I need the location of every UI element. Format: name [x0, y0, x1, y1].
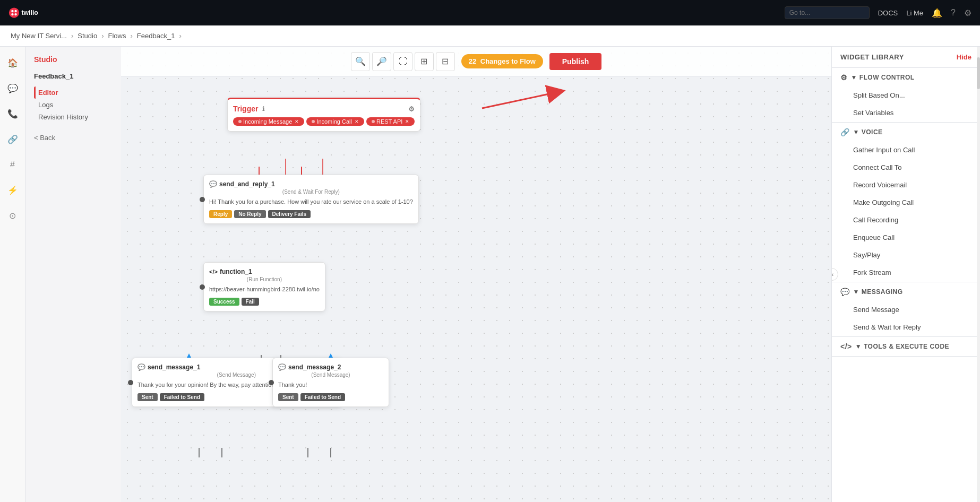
code-icon: </> [209, 269, 218, 275]
node-input-dot [200, 197, 205, 202]
grid-button[interactable]: ⊞ [415, 52, 434, 71]
function-node[interactable]: </> function_1 (Run Function) https://be… [203, 262, 325, 311]
left-panel: 🏠 💬 📞 🔗 # ⚡ ⊙ Studio Feedback_1 Editor L… [0, 47, 121, 502]
top-navigation: twilio DOCS Li Me 🔔 ? ⚙ [0, 0, 980, 25]
tag-failed-to-send-2: Failed to Send [300, 393, 345, 401]
chat-icon[interactable]: 💬 [5, 81, 20, 96]
trigger-tag-rest-api: REST API ✕ [366, 117, 415, 126]
scrollbar-thumb[interactable] [977, 57, 980, 89]
help-icon[interactable]: ? [951, 8, 956, 18]
zoom-in-button[interactable]: 🔍 [351, 52, 370, 71]
send-reply-type: (Send & Wait For Reply) [209, 189, 413, 195]
svg-point-1 [11, 10, 13, 12]
twilio-logo: twilio [8, 7, 46, 19]
tag-sent-2: Sent [278, 393, 298, 401]
widget-say-play[interactable]: Say/Play [836, 247, 976, 263]
sidebar-item-revision-history[interactable]: Revision History [34, 111, 113, 123]
voice-header[interactable]: 🔗 ▼ VOICE [832, 123, 980, 142]
tag-delivery-fails: Delivery Fails [268, 210, 311, 218]
sidebar-item-editor[interactable]: Editor [34, 86, 113, 99]
messaging-icon: 💬 [840, 288, 850, 296]
flow-control-header[interactable]: ⚙ ▼ FLOW CONTROL [832, 68, 980, 87]
flow-name-label: Feedback_1 [34, 72, 113, 80]
widget-call-recording[interactable]: Call Recording [836, 212, 976, 228]
sidebar-item-logs[interactable]: Logs [34, 99, 113, 111]
tools-header[interactable]: </> ▼ TOOLS & EXECUTE CODE [832, 337, 980, 356]
messaging-section: 💬 ▼ MESSAGING Send Message Send & Wait f… [832, 282, 980, 337]
nav-left: twilio [8, 7, 46, 19]
widget-send-wait-for-reply[interactable]: Send & Wait for Reply [836, 319, 976, 335]
widget-record-voicemail[interactable]: Record Voicemail [836, 177, 976, 193]
svg-point-0 [9, 7, 19, 18]
changes-button[interactable]: 22 Changes to Flow [461, 54, 543, 68]
trigger-tag-incoming-message: Incoming Message ✕ [233, 117, 304, 126]
publish-button[interactable]: Publish [549, 53, 602, 70]
back-link[interactable]: < Back [34, 134, 113, 142]
trigger-tags: Incoming Message ✕ Incoming Call ✕ REST … [233, 117, 415, 126]
breadcrumb-flow-name[interactable]: Feedback_1 [137, 32, 175, 40]
flow-icon[interactable]: ⚡ [5, 183, 20, 197]
function-url: https://beaver-hummingbird-2280.twil.io/… [209, 285, 320, 293]
breadcrumb-flows[interactable]: Flows [108, 32, 126, 40]
canvas-area[interactable]: 🔍 🔎 ⛶ ⊞ ⊟ 22 Changes to Flow Publish [121, 47, 831, 502]
global-search[interactable] [785, 6, 870, 19]
widget-set-variables[interactable]: Set Variables [836, 105, 976, 121]
svg-point-3 [11, 13, 13, 15]
phone-icon[interactable]: 📞 [5, 106, 20, 121]
settings-icon[interactable]: ⚙ [964, 8, 972, 18]
svg-text:twilio: twilio [22, 9, 38, 16]
send-reply-tags: Reply No Reply Delivery Fails [209, 210, 413, 218]
function-tags: Success Fail [209, 298, 320, 306]
hash-icon[interactable]: # [5, 157, 20, 172]
widget-send-message[interactable]: Send Message [836, 301, 976, 318]
voice-section: 🔗 ▼ VOICE Gather Input on Call Connect C… [832, 123, 980, 282]
trigger-node[interactable]: Trigger ℹ ⚙ Incoming Message ✕ Incoming … [227, 98, 420, 132]
changes-count: 22 [469, 57, 476, 65]
widget-make-outgoing-call[interactable]: Make Outgoing Call [836, 194, 976, 211]
flow-control-icon: ⚙ [840, 73, 848, 82]
flow-control-section: ⚙ ▼ FLOW CONTROL Split Based On... Set V… [832, 68, 980, 123]
send-reply-header: 💬 send_and_reply_1 [209, 180, 413, 188]
widget-fork-stream[interactable]: Fork Stream [836, 264, 976, 281]
trigger-settings-icon[interactable]: ⚙ [408, 105, 415, 113]
widget-connect-call-to[interactable]: Connect Call To [836, 159, 976, 176]
flow-canvas: Trigger ℹ ⚙ Incoming Message ✕ Incoming … [121, 76, 831, 502]
tag-reply: Reply [209, 210, 232, 218]
svg-point-4 [14, 13, 16, 15]
hide-widget-library-button[interactable]: Hide [957, 53, 972, 61]
breadcrumb-account[interactable]: My New IT Servi... [11, 32, 67, 40]
scrollbar-track [977, 47, 980, 502]
tag-sent-1: Sent [137, 393, 158, 401]
docs-link[interactable]: DOCS [878, 9, 898, 17]
widget-gather-input-on-call[interactable]: Gather Input on Call [836, 142, 976, 158]
send-and-reply-node[interactable]: 💬 send_and_reply_1 (Send & Wait For Repl… [203, 175, 419, 224]
changes-label: Changes to Flow [480, 57, 536, 65]
widget-library-header: WIDGET LIBRARY Hide [832, 47, 980, 68]
widget-enqueue-call[interactable]: Enqueue Call [836, 229, 976, 246]
user-menu[interactable]: Li Me [906, 9, 923, 17]
home-icon[interactable]: 🏠 [5, 55, 20, 70]
node-input-dot [269, 380, 274, 385]
fit-view-button[interactable]: ⛶ [393, 52, 412, 71]
flow-control-label: ▼ FLOW CONTROL [851, 74, 915, 81]
tools-icon: </> [840, 342, 852, 351]
tag-icon[interactable]: 🔗 [5, 132, 20, 146]
widget-split-based-on[interactable]: Split Based On... [836, 87, 976, 103]
messaging-header[interactable]: 💬 ▼ MESSAGING [832, 282, 980, 301]
nav-right: DOCS Li Me 🔔 ? ⚙ [785, 6, 972, 19]
zoom-out-button[interactable]: 🔎 [372, 52, 391, 71]
trigger-title: Trigger ℹ ⚙ [233, 105, 415, 113]
messaging-label: ▼ MESSAGING [853, 288, 903, 296]
notification-icon[interactable]: 🔔 [932, 8, 942, 18]
panel-content: Studio Feedback_1 Editor Logs Revision H… [25, 47, 121, 502]
message-icon-2: 💬 [278, 363, 286, 371]
voice-icon: 🔗 [840, 128, 850, 136]
svg-point-2 [14, 10, 16, 12]
node-input-dot [200, 284, 205, 290]
table-button[interactable]: ⊟ [436, 52, 455, 71]
more-icon[interactable]: ⊙ [5, 208, 20, 223]
breadcrumb-studio[interactable]: Studio [78, 32, 97, 40]
tag-no-reply: No Reply [234, 210, 265, 218]
send-msg2-body: Thank you! [278, 381, 383, 389]
send-message-2-node[interactable]: 💬 send_message_2 (Send Message) Thank yo… [272, 358, 389, 407]
